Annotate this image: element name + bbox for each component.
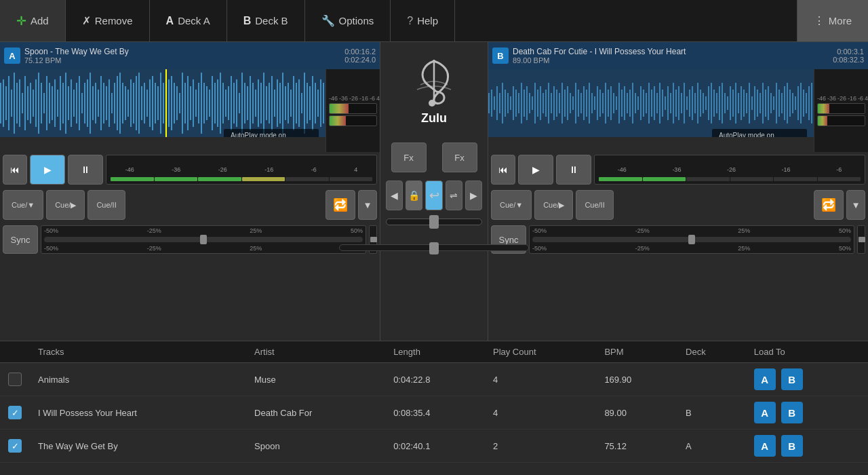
- deck-b-play[interactable]: ▶: [518, 155, 553, 185]
- deck-a-loop[interactable]: 🔁: [326, 190, 355, 220]
- row-bpm: 169.90: [596, 363, 677, 396]
- deck-b-cue-pause[interactable]: Cue/II: [576, 190, 613, 220]
- svg-rect-7: [16, 83, 18, 124]
- load-to-b-button[interactable]: B: [781, 435, 803, 457]
- svg-rect-82: [220, 73, 221, 134]
- deck-b-loop[interactable]: 🔁: [814, 190, 844, 220]
- row-checkbox[interactable]: [0, 363, 30, 396]
- ct-prev[interactable]: ◀: [386, 180, 403, 210]
- load-to-a-button[interactable]: A: [754, 435, 776, 457]
- load-to-b-button[interactable]: B: [781, 402, 803, 423]
- svg-rect-274: [624, 86, 625, 120]
- svg-rect-284: [651, 90, 652, 117]
- svg-rect-311: [724, 93, 726, 113]
- deck-a-dropdown[interactable]: ▼: [358, 190, 377, 220]
- deck-a-cue-right[interactable]: Cue/▶: [46, 190, 85, 220]
- nav-add[interactable]: ✛ Add: [0, 0, 66, 41]
- deck-a-play[interactable]: ▶: [30, 155, 65, 185]
- deck-a-skip-back[interactable]: ⏮: [3, 155, 27, 185]
- svg-rect-273: [621, 90, 623, 117]
- deck-b-waveform[interactable]: AutoPlay mode on: [488, 69, 814, 137]
- col-playcount[interactable]: Play Count: [485, 341, 596, 363]
- svg-rect-41: [108, 79, 110, 127]
- deck-a-cue-down[interactable]: Cue/▼: [3, 190, 43, 220]
- svg-rect-236: [521, 83, 522, 124]
- svg-rect-32: [84, 83, 85, 124]
- svg-rect-255: [572, 96, 574, 110]
- col-length[interactable]: Length: [385, 341, 485, 363]
- center-crossfader-2[interactable]: [339, 244, 529, 251]
- help-icon: ?: [407, 15, 413, 27]
- svg-rect-319: [746, 93, 747, 113]
- ct-shuffle[interactable]: ⇌: [446, 180, 462, 210]
- svg-rect-88: [236, 79, 237, 127]
- svg-rect-306: [711, 83, 712, 124]
- svg-rect-69: [184, 83, 186, 124]
- svg-rect-323: [757, 90, 758, 117]
- deck-a-vu: -46 -36 -26 -16 -6 4: [326, 69, 380, 152]
- table-row[interactable]: AnimalsMuse0:04:22.84169.90 A B: [0, 363, 868, 396]
- svg-rect-33: [87, 79, 88, 127]
- nav-more[interactable]: ⋮ More: [797, 0, 868, 41]
- svg-rect-114: [307, 83, 308, 124]
- row-length: 0:02:40.1: [385, 430, 485, 463]
- row-playcount: 4: [485, 363, 596, 396]
- svg-rect-337: [795, 96, 796, 110]
- col-bpm[interactable]: BPM: [596, 341, 677, 363]
- svg-rect-325: [762, 83, 764, 124]
- svg-rect-233: [513, 86, 514, 120]
- nav-remove[interactable]: ✗ Remove: [66, 0, 150, 41]
- nav-deck-b[interactable]: B Deck B: [227, 0, 305, 41]
- nav-help[interactable]: ? Help: [391, 0, 455, 41]
- svg-rect-64: [171, 76, 172, 130]
- fx-right-button[interactable]: Fx: [442, 142, 477, 172]
- row-checkbox[interactable]: ✓: [0, 430, 30, 463]
- deck-b-cue-right[interactable]: Cue/▶: [534, 190, 573, 220]
- ct-lock[interactable]: 🔒: [406, 180, 422, 210]
- deck-b-skip-back[interactable]: ⏮: [491, 155, 515, 185]
- svg-rect-240: [532, 96, 533, 110]
- deck-b-cue-down[interactable]: Cue/▼: [491, 190, 532, 220]
- load-to-b-button[interactable]: B: [781, 368, 803, 390]
- deck-a-waveform[interactable]: AutoPlay mode on: [0, 69, 326, 137]
- nav-options[interactable]: 🔧 Options: [305, 0, 391, 41]
- svg-rect-245: [545, 90, 547, 117]
- deck-a-pause[interactable]: ⏸: [68, 155, 103, 185]
- svg-rect-260: [586, 90, 587, 117]
- svg-rect-294: [678, 86, 679, 120]
- svg-rect-52: [138, 73, 140, 134]
- remove-icon: ✗: [82, 14, 91, 27]
- deck-b-pause[interactable]: ⏸: [556, 155, 591, 185]
- ct-loop[interactable]: ↩: [425, 180, 442, 210]
- ct-play[interactable]: ▶: [465, 180, 482, 210]
- load-to-a-button[interactable]: A: [754, 402, 776, 423]
- deck-b-dropdown[interactable]: ▼: [846, 190, 865, 220]
- col-loadto[interactable]: Load To: [746, 341, 868, 363]
- track-list: Tracks Artist Length Play Count BPM Deck…: [0, 341, 868, 463]
- svg-rect-324: [760, 93, 761, 113]
- svg-rect-262: [591, 93, 593, 113]
- svg-rect-327: [768, 86, 769, 120]
- load-to-a-button[interactable]: A: [754, 368, 776, 390]
- svg-rect-54: [144, 83, 145, 124]
- deck-b-pitch-slider[interactable]: -50% -25% 25% 50% -50% -25% 25% 50%: [529, 225, 854, 254]
- fx-left-button[interactable]: Fx: [391, 142, 427, 172]
- svg-rect-229: [502, 83, 503, 124]
- table-row[interactable]: ✓The Way We Get BySpoon0:02:40.1275.12A …: [0, 430, 868, 463]
- row-artist: Death Cab For: [246, 396, 385, 430]
- svg-rect-342: [808, 86, 810, 120]
- col-deck[interactable]: Deck: [677, 341, 746, 363]
- deck-a-sync[interactable]: Sync: [3, 225, 38, 254]
- crossfader[interactable]: [386, 218, 482, 225]
- svg-rect-103: [277, 79, 278, 127]
- col-artist[interactable]: Artist: [246, 341, 385, 363]
- svg-rect-269: [610, 86, 612, 120]
- deck-a-pitch-slider[interactable]: -50% -25% 25% 50% -50% -25% 25% 50%: [41, 225, 366, 254]
- nav-deck-a[interactable]: A Deck A: [150, 0, 227, 41]
- row-checkbox[interactable]: ✓: [0, 396, 30, 430]
- deck-a-cue-pause[interactable]: Cue/II: [87, 190, 125, 220]
- deck-a-vu-display: -46 -36 -26 -16 -6 4: [106, 155, 377, 185]
- deck-b-pitch-vert[interactable]: [857, 225, 865, 254]
- col-tracks[interactable]: Tracks: [30, 341, 246, 363]
- table-row[interactable]: ✓I Will Possess Your HeartDeath Cab For0…: [0, 396, 868, 430]
